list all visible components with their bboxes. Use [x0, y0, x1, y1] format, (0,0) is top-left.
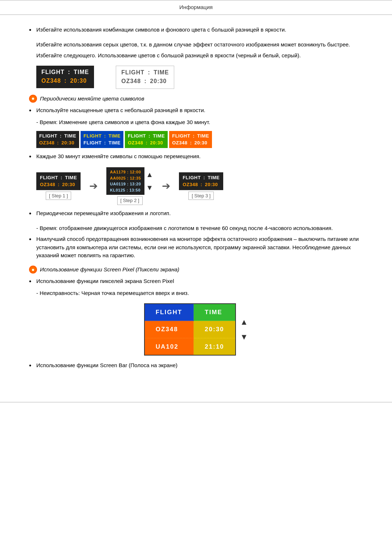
colon: :: [191, 132, 196, 140]
scroll-indicator: ▲ ▼: [240, 316, 248, 343]
mini-row: FLIGHT : TIME: [183, 174, 220, 181]
oz348-cell: OZ348: [144, 321, 193, 338]
ua0119-label: UA0119 : 13:20: [110, 181, 141, 187]
time-label: TIME: [65, 174, 77, 181]
flight-label: FLIGHT: [41, 68, 65, 77]
flight-box-demos: FLIGHT : TIME OZ348 : 20:30 FLIGHT : TIM…: [36, 66, 363, 89]
mini-row: UA0119 : 13:20: [110, 181, 141, 187]
bullet-text: Избегайте использования комбинации симво…: [36, 26, 363, 34]
mini-row: AA0025 : 12:35: [110, 175, 141, 181]
colon: :: [146, 68, 152, 77]
mini-row: FLIGHT : TIME: [172, 132, 209, 140]
mini-row: OZ348 : 20:30: [39, 139, 76, 147]
main-content: • Избегайте использования комбинации сим…: [0, 22, 392, 391]
orange-bullet-icon: ●: [29, 95, 37, 103]
kl0125-label: KL0125 : 13:50: [110, 187, 140, 193]
colon: :: [142, 77, 148, 86]
bullet-text: Используйте насыщенные цвета с небольшой…: [36, 106, 363, 115]
flight-time: 20:30: [70, 77, 87, 85]
color-variation-boxes: FLIGHT : TIME OZ348 : 20:30 FLIGHT : TIM…: [36, 131, 363, 148]
time-label-2: TIME: [109, 139, 121, 147]
flight-label: FLIGHT: [128, 132, 146, 140]
bullet-icon: •: [29, 277, 36, 286]
colon: :: [202, 174, 207, 181]
colon: :: [103, 139, 107, 147]
bullet-text: Периодически перемещайте изображения и л…: [36, 209, 363, 218]
sub-paragraph: Избегайте использования серых цветов, т.…: [36, 41, 363, 49]
step-label: [ Step 2 ]: [117, 196, 143, 205]
list-item: • Использование функции Screen Bar (Поло…: [29, 361, 363, 370]
list-item: • Каждые 30 минут изменяйте символы с по…: [29, 152, 363, 161]
step-arrow: ➔: [162, 178, 170, 194]
flight-label: FLIGHT: [39, 132, 57, 140]
special-label-text: Периодически меняйте цвета символов: [40, 95, 144, 103]
orange-bullet-icon-2: ●: [29, 266, 37, 274]
arrow-down-icon: ▼: [146, 182, 153, 193]
page-header: Информация: [0, 0, 392, 15]
mini-row: OZ348 : 20:30: [183, 181, 220, 188]
ua102-cell: UA102: [144, 338, 193, 356]
step-1: FLIGHT : TIME OZ348 : 20:30 [ Step 1 ]: [36, 172, 81, 200]
pixel-wrapper: FLIGHT TIME OZ348 20:30 UA102 21:10 ▲: [144, 303, 248, 356]
pixel-demo: FLIGHT TIME OZ348 20:30 UA102 21:10 ▲: [29, 303, 363, 356]
step-2: AA1179 : 12:00 AA0025 : 12:35 UA0119 : 1…: [106, 167, 153, 205]
step2-wrapper: AA1179 : 12:00 AA0025 : 12:35 UA0119 : 1…: [106, 167, 153, 195]
time-2030-cell: 20:30: [193, 321, 235, 338]
arrow-up-icon: ▲: [146, 169, 153, 180]
step3-display: FLIGHT : TIME OZ348 : 20:30: [179, 172, 223, 190]
flight-number: OZ348: [41, 77, 61, 85]
flight-time: 20:30: [205, 181, 218, 188]
list-item: • Периодически перемещайте изображения и…: [29, 209, 363, 218]
list-item: • Избегайте использования комбинации сим…: [29, 26, 363, 35]
mini-row: OZ348 : 20:30: [128, 139, 165, 147]
list-item: • Использование функции пикселей экрана …: [29, 277, 363, 286]
colon: :: [103, 132, 107, 140]
aa1179-label: AA1179 : 12:00: [110, 169, 141, 175]
scroll-arrows: ▲ ▼: [146, 169, 153, 193]
flight-label-2: FLIGHT: [83, 139, 102, 147]
step-label: [ Step 3 ]: [188, 192, 214, 200]
mini-row: FLIGHT : TIME: [128, 132, 165, 140]
colon: :: [199, 181, 204, 188]
bullet-text: Каждые 30 минут изменяйте символы с помо…: [36, 152, 363, 161]
flight-box-dark: FLIGHT : TIME OZ348 : 20:30: [36, 66, 94, 88]
flight-label: FLIGHT: [40, 174, 58, 181]
flight-number: OZ348: [183, 181, 198, 188]
colon: :: [58, 132, 63, 140]
list-item: • Используйте насыщенные цвета с небольш…: [29, 106, 363, 115]
colon: :: [59, 174, 64, 181]
mini-row: OZ348 : 20:30: [172, 139, 209, 147]
mini-row: FLIGHT : TIME: [83, 139, 121, 147]
sub-paragraph: Избегайте следующего. Использование цвет…: [36, 52, 363, 60]
table-row-1: OZ348 20:30: [144, 321, 236, 338]
flight-header-cell: FLIGHT: [144, 304, 193, 321]
flight-time: 20:30: [150, 77, 167, 86]
time-label: TIME: [208, 174, 220, 181]
step2-display: AA1179 : 12:00 AA0025 : 12:35 UA0119 : 1…: [106, 167, 144, 195]
special-label-text-2: Использование функции Screen Pixel (Пикс…: [40, 266, 179, 274]
colon: :: [188, 139, 193, 147]
flight-number: OZ348: [39, 139, 54, 147]
bullet-icon: •: [29, 209, 36, 218]
arrow-right-icon: ➔: [162, 178, 170, 194]
header-title: Информация: [179, 4, 213, 10]
sub-paragraph: - Время: Изменение цвета символов и цвет…: [36, 118, 363, 127]
time-label: TIME: [197, 132, 209, 140]
table-row-2: UA102 21:10: [144, 338, 236, 356]
arrow-down-icon: ▼: [240, 331, 248, 343]
sub-paragraph: - Время: отображение движущегося изображ…: [36, 224, 363, 233]
sub-paragraph: - Неисправность: Черная точка перемещает…: [36, 289, 363, 297]
flight-number: OZ348: [128, 139, 143, 147]
colon: :: [62, 77, 69, 85]
page: Информация • Избегайте использования ком…: [0, 0, 392, 554]
steps-section: FLIGHT : TIME OZ348 : 20:30 [ Step 1 ] ➔: [36, 167, 363, 205]
bullet-text: Использование функции пикселей экрана Sc…: [36, 277, 363, 286]
table-row-header: FLIGHT TIME: [144, 304, 236, 321]
flight-time: 20:30: [195, 139, 208, 147]
time-2110-cell: 21:10: [193, 338, 235, 356]
flight-label: FLIGHT: [172, 132, 190, 140]
time-label: TIME: [74, 68, 89, 77]
time-label: TIME: [153, 132, 165, 140]
arrow-up-icon: ▲: [240, 316, 248, 328]
flight-time: 20:30: [62, 181, 75, 188]
